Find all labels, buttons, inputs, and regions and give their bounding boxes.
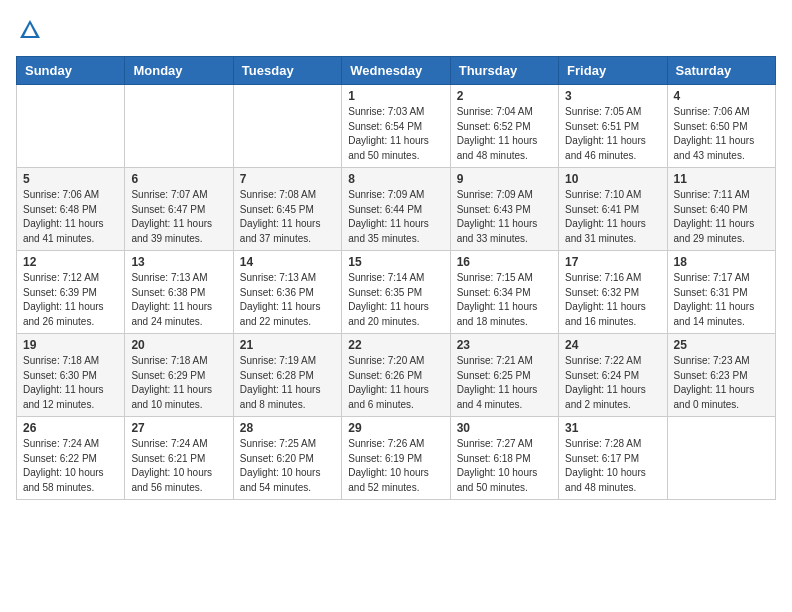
weekday-header-row: SundayMondayTuesdayWednesdayThursdayFrid… [17, 57, 776, 85]
day-info: Sunrise: 7:22 AMSunset: 6:24 PMDaylight:… [565, 354, 660, 412]
day-number: 18 [674, 255, 769, 269]
day-number: 27 [131, 421, 226, 435]
day-number: 8 [348, 172, 443, 186]
calendar-cell: 13Sunrise: 7:13 AMSunset: 6:38 PMDayligh… [125, 251, 233, 334]
calendar-cell: 8Sunrise: 7:09 AMSunset: 6:44 PMDaylight… [342, 168, 450, 251]
day-number: 12 [23, 255, 118, 269]
day-info: Sunrise: 7:26 AMSunset: 6:19 PMDaylight:… [348, 437, 443, 495]
day-number: 20 [131, 338, 226, 352]
day-number: 7 [240, 172, 335, 186]
calendar-cell [233, 85, 341, 168]
calendar-cell: 3Sunrise: 7:05 AMSunset: 6:51 PMDaylight… [559, 85, 667, 168]
day-number: 24 [565, 338, 660, 352]
day-number: 21 [240, 338, 335, 352]
calendar-cell: 5Sunrise: 7:06 AMSunset: 6:48 PMDaylight… [17, 168, 125, 251]
day-info: Sunrise: 7:21 AMSunset: 6:25 PMDaylight:… [457, 354, 552, 412]
day-number: 15 [348, 255, 443, 269]
week-row-4: 19Sunrise: 7:18 AMSunset: 6:30 PMDayligh… [17, 334, 776, 417]
calendar-cell: 14Sunrise: 7:13 AMSunset: 6:36 PMDayligh… [233, 251, 341, 334]
day-number: 5 [23, 172, 118, 186]
day-info: Sunrise: 7:06 AMSunset: 6:48 PMDaylight:… [23, 188, 118, 246]
day-info: Sunrise: 7:13 AMSunset: 6:36 PMDaylight:… [240, 271, 335, 329]
calendar-cell: 19Sunrise: 7:18 AMSunset: 6:30 PMDayligh… [17, 334, 125, 417]
day-info: Sunrise: 7:07 AMSunset: 6:47 PMDaylight:… [131, 188, 226, 246]
calendar-cell: 24Sunrise: 7:22 AMSunset: 6:24 PMDayligh… [559, 334, 667, 417]
day-info: Sunrise: 7:13 AMSunset: 6:38 PMDaylight:… [131, 271, 226, 329]
calendar-cell: 7Sunrise: 7:08 AMSunset: 6:45 PMDaylight… [233, 168, 341, 251]
day-number: 2 [457, 89, 552, 103]
calendar-cell: 22Sunrise: 7:20 AMSunset: 6:26 PMDayligh… [342, 334, 450, 417]
day-info: Sunrise: 7:12 AMSunset: 6:39 PMDaylight:… [23, 271, 118, 329]
day-info: Sunrise: 7:18 AMSunset: 6:29 PMDaylight:… [131, 354, 226, 412]
day-number: 9 [457, 172, 552, 186]
day-number: 25 [674, 338, 769, 352]
day-number: 14 [240, 255, 335, 269]
calendar-cell: 1Sunrise: 7:03 AMSunset: 6:54 PMDaylight… [342, 85, 450, 168]
day-number: 1 [348, 89, 443, 103]
day-info: Sunrise: 7:15 AMSunset: 6:34 PMDaylight:… [457, 271, 552, 329]
calendar-cell: 11Sunrise: 7:11 AMSunset: 6:40 PMDayligh… [667, 168, 775, 251]
calendar-cell: 16Sunrise: 7:15 AMSunset: 6:34 PMDayligh… [450, 251, 558, 334]
day-info: Sunrise: 7:28 AMSunset: 6:17 PMDaylight:… [565, 437, 660, 495]
day-number: 16 [457, 255, 552, 269]
calendar: SundayMondayTuesdayWednesdayThursdayFrid… [16, 56, 776, 500]
week-row-5: 26Sunrise: 7:24 AMSunset: 6:22 PMDayligh… [17, 417, 776, 500]
week-row-3: 12Sunrise: 7:12 AMSunset: 6:39 PMDayligh… [17, 251, 776, 334]
weekday-header-friday: Friday [559, 57, 667, 85]
weekday-header-sunday: Sunday [17, 57, 125, 85]
calendar-cell [17, 85, 125, 168]
calendar-cell: 18Sunrise: 7:17 AMSunset: 6:31 PMDayligh… [667, 251, 775, 334]
day-info: Sunrise: 7:20 AMSunset: 6:26 PMDaylight:… [348, 354, 443, 412]
calendar-cell: 20Sunrise: 7:18 AMSunset: 6:29 PMDayligh… [125, 334, 233, 417]
day-number: 19 [23, 338, 118, 352]
day-number: 11 [674, 172, 769, 186]
day-number: 29 [348, 421, 443, 435]
calendar-cell [667, 417, 775, 500]
calendar-cell: 9Sunrise: 7:09 AMSunset: 6:43 PMDaylight… [450, 168, 558, 251]
day-info: Sunrise: 7:27 AMSunset: 6:18 PMDaylight:… [457, 437, 552, 495]
day-info: Sunrise: 7:23 AMSunset: 6:23 PMDaylight:… [674, 354, 769, 412]
calendar-cell [125, 85, 233, 168]
calendar-cell: 15Sunrise: 7:14 AMSunset: 6:35 PMDayligh… [342, 251, 450, 334]
day-number: 10 [565, 172, 660, 186]
day-number: 26 [23, 421, 118, 435]
day-info: Sunrise: 7:19 AMSunset: 6:28 PMDaylight:… [240, 354, 335, 412]
weekday-header-tuesday: Tuesday [233, 57, 341, 85]
weekday-header-wednesday: Wednesday [342, 57, 450, 85]
calendar-cell: 26Sunrise: 7:24 AMSunset: 6:22 PMDayligh… [17, 417, 125, 500]
day-number: 30 [457, 421, 552, 435]
day-info: Sunrise: 7:11 AMSunset: 6:40 PMDaylight:… [674, 188, 769, 246]
day-number: 6 [131, 172, 226, 186]
calendar-cell: 2Sunrise: 7:04 AMSunset: 6:52 PMDaylight… [450, 85, 558, 168]
calendar-cell: 30Sunrise: 7:27 AMSunset: 6:18 PMDayligh… [450, 417, 558, 500]
day-info: Sunrise: 7:24 AMSunset: 6:21 PMDaylight:… [131, 437, 226, 495]
day-info: Sunrise: 7:03 AMSunset: 6:54 PMDaylight:… [348, 105, 443, 163]
weekday-header-monday: Monday [125, 57, 233, 85]
day-info: Sunrise: 7:06 AMSunset: 6:50 PMDaylight:… [674, 105, 769, 163]
logo [16, 16, 48, 44]
day-info: Sunrise: 7:14 AMSunset: 6:35 PMDaylight:… [348, 271, 443, 329]
calendar-cell: 10Sunrise: 7:10 AMSunset: 6:41 PMDayligh… [559, 168, 667, 251]
calendar-cell: 31Sunrise: 7:28 AMSunset: 6:17 PMDayligh… [559, 417, 667, 500]
weekday-header-thursday: Thursday [450, 57, 558, 85]
day-info: Sunrise: 7:09 AMSunset: 6:43 PMDaylight:… [457, 188, 552, 246]
day-number: 3 [565, 89, 660, 103]
day-info: Sunrise: 7:24 AMSunset: 6:22 PMDaylight:… [23, 437, 118, 495]
day-info: Sunrise: 7:25 AMSunset: 6:20 PMDaylight:… [240, 437, 335, 495]
day-number: 4 [674, 89, 769, 103]
day-number: 23 [457, 338, 552, 352]
header [16, 16, 776, 44]
calendar-cell: 12Sunrise: 7:12 AMSunset: 6:39 PMDayligh… [17, 251, 125, 334]
day-info: Sunrise: 7:05 AMSunset: 6:51 PMDaylight:… [565, 105, 660, 163]
day-info: Sunrise: 7:10 AMSunset: 6:41 PMDaylight:… [565, 188, 660, 246]
calendar-cell: 23Sunrise: 7:21 AMSunset: 6:25 PMDayligh… [450, 334, 558, 417]
day-info: Sunrise: 7:09 AMSunset: 6:44 PMDaylight:… [348, 188, 443, 246]
calendar-cell: 29Sunrise: 7:26 AMSunset: 6:19 PMDayligh… [342, 417, 450, 500]
weekday-header-saturday: Saturday [667, 57, 775, 85]
calendar-cell: 21Sunrise: 7:19 AMSunset: 6:28 PMDayligh… [233, 334, 341, 417]
day-info: Sunrise: 7:18 AMSunset: 6:30 PMDaylight:… [23, 354, 118, 412]
day-info: Sunrise: 7:17 AMSunset: 6:31 PMDaylight:… [674, 271, 769, 329]
day-info: Sunrise: 7:16 AMSunset: 6:32 PMDaylight:… [565, 271, 660, 329]
calendar-cell: 17Sunrise: 7:16 AMSunset: 6:32 PMDayligh… [559, 251, 667, 334]
day-number: 28 [240, 421, 335, 435]
